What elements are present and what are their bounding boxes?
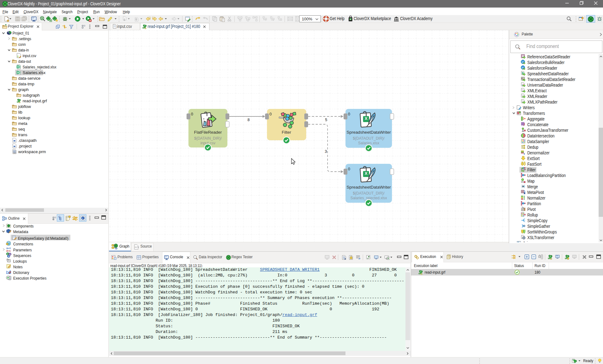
svg-text:0: 0 (191, 112, 193, 116)
svg-text:SpreadsheetDataWriter: SpreadsheetDataWriter (347, 130, 391, 135)
svg-text:${DATAOUT_DIR}/: ${DATAOUT_DIR}/ (353, 191, 385, 195)
svg-text:${DATAIN_DIR}/: ${DATAIN_DIR}/ (194, 136, 222, 141)
svg-text:</>: </> (135, 246, 139, 249)
svg-text:3: 3 (8, 255, 9, 257)
svg-text:8: 8 (247, 118, 250, 122)
svg-text:0: 0 (269, 112, 272, 116)
svg-text:0: 0 (348, 112, 350, 116)
svg-text:3: 3 (325, 149, 327, 154)
svg-text:2: 2 (9, 253, 11, 255)
svg-text:0: 0 (348, 167, 350, 171)
svg-text:SpreadsheetDataWriter: SpreadsheetDataWriter (347, 185, 391, 190)
svg-text:5: 5 (325, 118, 327, 122)
svg-text:Filter: Filter (282, 130, 291, 135)
svg-text:1: 1 (7, 253, 8, 255)
svg-text:${DATAOUT_DIR}/: ${DATAOUT_DIR}/ (353, 136, 385, 141)
svg-text:A=1: A=1 (6, 249, 11, 252)
svg-text:FlatFileReader: FlatFileReader (194, 130, 222, 135)
